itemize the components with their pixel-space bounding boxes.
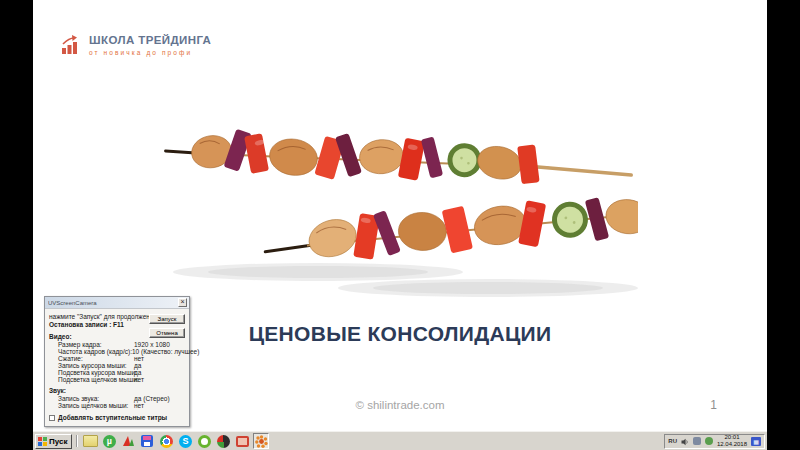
logo: ШКОЛА ТРЕЙДИНГА от новичка до профи bbox=[61, 34, 211, 60]
dialog-row: Запись щелчков мыши:нет bbox=[49, 402, 185, 409]
dialog-message: нажмите "Запуск" для продолжения bbox=[49, 313, 149, 321]
speaker-icon[interactable] bbox=[681, 432, 689, 450]
dialog-row: Сжатие:нет bbox=[49, 355, 185, 362]
logo-chart-icon bbox=[61, 34, 83, 60]
dialog-row: Подсветка щелчков мыши:нет bbox=[49, 376, 185, 383]
start-recording-button[interactable]: Запуск bbox=[149, 314, 185, 324]
logo-subtitle: от новичка до профи bbox=[89, 49, 211, 56]
dialog-row: Запись курсора мыши:да bbox=[49, 362, 185, 369]
taskbar: Пуск µ S bbox=[33, 431, 767, 450]
system-tray: RU 20:01 12.04.2018 ▦ bbox=[664, 434, 765, 449]
tray-app-icon-1[interactable] bbox=[693, 437, 701, 445]
taskbar-divider bbox=[76, 435, 78, 447]
dialog-body: нажмите "Запуск" для продолжения Останов… bbox=[45, 309, 189, 426]
green-ring-app-icon[interactable] bbox=[196, 433, 212, 449]
skype-icon[interactable]: S bbox=[177, 433, 193, 449]
pie-chart-app-icon[interactable] bbox=[215, 433, 231, 449]
tray-app-icon-blue[interactable]: ▦ bbox=[751, 437, 761, 446]
dialog-row: Размер кадра:1920 x 1080 bbox=[49, 341, 185, 348]
screen-recorder-icon[interactable] bbox=[253, 433, 269, 449]
cancel-button[interactable]: Отмена bbox=[149, 328, 185, 338]
video-app-icon[interactable] bbox=[234, 433, 250, 449]
dialog-row: Запись звука:да (Стерео) bbox=[49, 395, 185, 402]
floppy-save-icon[interactable] bbox=[139, 433, 155, 449]
language-indicator[interactable]: RU bbox=[668, 438, 677, 444]
intro-titles-checkbox[interactable] bbox=[49, 415, 55, 421]
video-frame: ШКОЛА ТРЕЙДИНГА от новичка до профи bbox=[0, 0, 800, 450]
clock[interactable]: 20:01 12.04.2018 bbox=[717, 434, 747, 448]
dialog-title: UVScreenCamera bbox=[48, 300, 178, 306]
recorder-dialog: UVScreenCamera × нажмите "Запуск" для пр… bbox=[44, 296, 190, 427]
media-player-icon[interactable] bbox=[120, 433, 136, 449]
letterbox-left bbox=[0, 0, 33, 450]
logo-title: ШКОЛА ТРЕЙДИНГА bbox=[89, 34, 211, 46]
chrome-icon[interactable] bbox=[158, 433, 174, 449]
letterbox-right bbox=[767, 0, 800, 450]
start-button[interactable]: Пуск bbox=[35, 434, 72, 449]
dialog-row: Подсветка курсора мыши:да bbox=[49, 369, 185, 376]
folder-icon[interactable] bbox=[82, 433, 98, 449]
kebab-photo bbox=[158, 72, 638, 310]
sound-section-header: Звук: bbox=[49, 387, 185, 395]
dialog-stop-hint: Остановка записи : F11 bbox=[49, 321, 149, 329]
tray-app-icon-2[interactable] bbox=[705, 437, 713, 445]
dialog-titlebar[interactable]: UVScreenCamera × bbox=[45, 297, 189, 309]
intro-titles-label: Добавлять вступительные титры bbox=[58, 414, 167, 421]
utorrent-icon[interactable]: µ bbox=[101, 433, 117, 449]
windows-logo-icon bbox=[38, 437, 47, 446]
page-number: 1 bbox=[710, 398, 717, 412]
dialog-row: Частота кадров (кадр/с):10 (Качество: лу… bbox=[49, 348, 185, 355]
screen-capture-area: ШКОЛА ТРЕЙДИНГА от новичка до профи bbox=[33, 0, 767, 450]
close-icon[interactable]: × bbox=[178, 298, 187, 307]
